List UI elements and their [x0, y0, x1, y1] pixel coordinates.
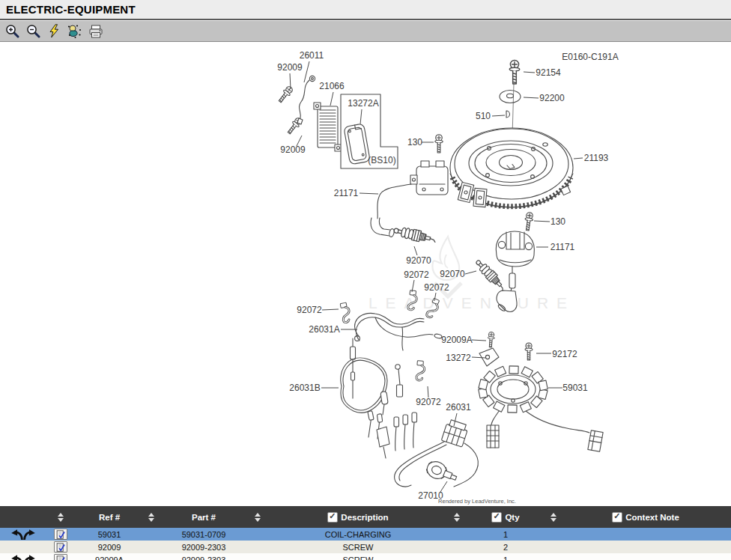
- sort-down-icon: [58, 518, 64, 522]
- toggle-arrows-icon: [10, 529, 36, 541]
- middle-leads: [351, 338, 383, 439]
- parts-table-header: Ref #Part #DescriptionQtyContext Note: [0, 506, 731, 528]
- part-callout-label[interactable]: 59031: [562, 383, 588, 393]
- screw-92009a: [487, 332, 494, 347]
- context-note-cell: [560, 528, 731, 541]
- ref-cell: 92009A: [75, 553, 144, 560]
- column-header-label: Description: [341, 513, 388, 522]
- zoom-out-button[interactable]: [25, 23, 41, 40]
- part-callout-label[interactable]: 26031A: [309, 324, 339, 335]
- ref-cell: 92009: [75, 541, 144, 553]
- part-callout-label[interactable]: 26031B: [289, 383, 320, 393]
- part-callout-label[interactable]: 26031: [446, 402, 471, 413]
- context-note-button[interactable]: [54, 554, 67, 560]
- header-cell: Part #: [159, 506, 249, 528]
- part-callout-label[interactable]: 130: [407, 137, 422, 147]
- sort-up-icon: [255, 513, 261, 517]
- part-callout-label[interactable]: 92072: [416, 397, 441, 407]
- column-checkbox[interactable]: [327, 512, 338, 523]
- row-icon-cell: [46, 528, 75, 541]
- part-callout-label[interactable]: 92009: [277, 62, 303, 73]
- part-callout-label[interactable]: 92009A: [441, 335, 472, 345]
- toggle-arrows-icon: [10, 554, 36, 560]
- part-callout-label[interactable]: 26011: [300, 50, 324, 61]
- watermark-text: LEADVENTURE: [368, 294, 575, 311]
- column-header-label: Ref #: [99, 513, 120, 522]
- sort-cell: [46, 506, 75, 528]
- part-callout-label[interactable]: (BS10): [368, 155, 395, 165]
- stator-tooth: [494, 401, 505, 412]
- part-callout-label[interactable]: 13272: [446, 353, 471, 363]
- part-callout-label[interactable]: 92070: [406, 255, 431, 266]
- part-callout-label[interactable]: E0160-C191A: [562, 52, 618, 62]
- stator-tooth: [521, 367, 533, 377]
- column-checkbox[interactable]: [612, 512, 622, 523]
- stator-assembly: [479, 366, 603, 451]
- row-arrows[interactable]: [0, 528, 46, 541]
- part-callout-label[interactable]: 13272A: [348, 98, 378, 109]
- table-row[interactable]: 92009A92009-2303SCREW1: [0, 553, 731, 560]
- ignition-coil-left: [371, 161, 448, 245]
- context-note-icon: [56, 556, 65, 560]
- sort-up-icon: [148, 513, 154, 517]
- parts-table-body: 5903159031-0709COIL-CHARGING19200992009-…: [0, 528, 731, 560]
- sort-control[interactable]: [255, 513, 261, 522]
- sort-down-icon: [550, 518, 556, 522]
- part-callout-label[interactable]: 510: [476, 111, 491, 121]
- header-cell: Context Note: [560, 506, 731, 528]
- sort-control[interactable]: [58, 513, 64, 522]
- part-callout-label[interactable]: 21171: [550, 242, 575, 252]
- column-checkbox[interactable]: [491, 512, 502, 523]
- part-callout-label[interactable]: 92072: [424, 282, 449, 293]
- sort-down-icon: [148, 518, 154, 522]
- hotspot-tool-button[interactable]: [67, 23, 83, 40]
- table-row[interactable]: 5903159031-0709COIL-CHARGING1: [0, 528, 731, 541]
- description-cell: SCREW: [267, 553, 449, 560]
- parts-diagram: LEADVENTURE: [0, 43, 731, 506]
- main-harness-26031: [377, 413, 478, 487]
- callout-leader-line: [412, 280, 414, 292]
- context-note-button[interactable]: [54, 529, 67, 540]
- part-callout-label[interactable]: 92172: [552, 349, 577, 359]
- plate-13272: [479, 348, 499, 366]
- part-callout-label[interactable]: 92072: [297, 305, 322, 315]
- callout-leader-line: [304, 61, 309, 82]
- stator-tooth: [508, 405, 517, 413]
- part-callout-label[interactable]: 21171: [334, 188, 359, 198]
- sort-control[interactable]: [148, 513, 154, 522]
- qty-cell: 1: [464, 553, 547, 560]
- sort-down-icon: [255, 518, 261, 522]
- sort-up-icon: [454, 513, 460, 517]
- column-header-label: Qty: [505, 513, 519, 522]
- table-row[interactable]: 9200992009-2303SCREW2: [0, 541, 731, 553]
- part-cell: 92009-2303: [159, 553, 249, 560]
- description-cell: COIL-CHARGING: [267, 528, 449, 541]
- page-title: ELECTRIC-EQUIPMENT: [0, 0, 731, 16]
- row-arrows[interactable]: [0, 553, 46, 560]
- zoom-in-button[interactable]: [4, 23, 20, 40]
- sort-control[interactable]: [550, 513, 556, 522]
- part-callout-label[interactable]: 21066: [319, 81, 345, 91]
- context-note-icon: [56, 543, 65, 552]
- description-cell: SCREW: [267, 541, 449, 553]
- column-header-label: Context Note: [625, 513, 679, 522]
- part-callout-label[interactable]: 92200: [539, 93, 565, 103]
- cable-clamp: [340, 302, 351, 323]
- part-callout-label[interactable]: 130: [550, 216, 565, 227]
- part-cell: 92009-2303: [159, 541, 249, 553]
- print-button[interactable]: [88, 23, 104, 40]
- context-note-button[interactable]: [54, 541, 67, 553]
- callout-leader-line: [330, 92, 333, 106]
- qty-cell: 2: [464, 541, 547, 553]
- part-callout-label[interactable]: 92072: [404, 270, 429, 280]
- part-callout-label[interactable]: 92070: [440, 269, 465, 279]
- row-icon-cell: [46, 553, 75, 560]
- part-callout-label[interactable]: 92009: [280, 144, 306, 155]
- harness-26031b: [341, 358, 403, 415]
- part-callout-label[interactable]: 92154: [536, 67, 561, 78]
- leadventure-watermark: LEADVENTURE: [368, 237, 575, 311]
- part-callout-label[interactable]: 21193: [584, 153, 609, 163]
- sort-control[interactable]: [454, 513, 460, 522]
- sort-up-icon: [550, 513, 556, 517]
- flash-button[interactable]: [46, 23, 62, 40]
